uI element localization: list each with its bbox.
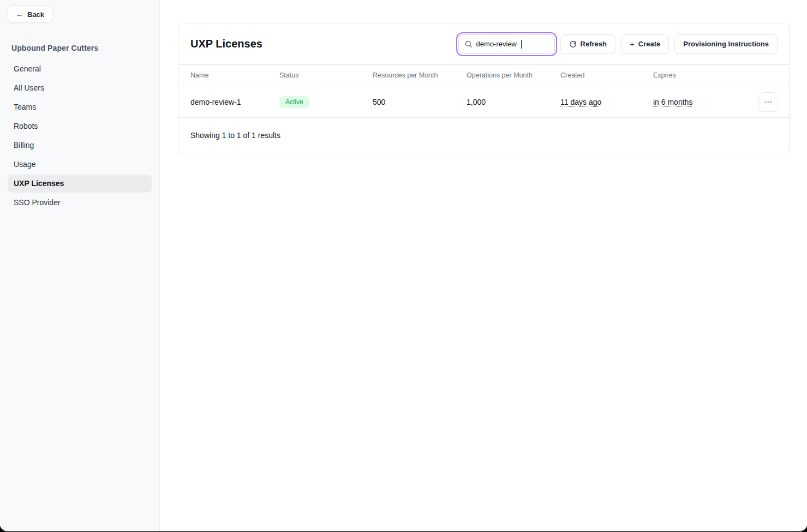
created-value: 11 days ago bbox=[560, 98, 653, 106]
refresh-button[interactable]: Refresh bbox=[560, 34, 615, 54]
sidebar-item-uxp-licenses[interactable]: UXP Licenses bbox=[8, 175, 152, 193]
results-summary: Showing 1 to 1 of 1 results bbox=[190, 131, 280, 140]
search-input[interactable]: demo-review bbox=[458, 34, 555, 54]
card-footer: Showing 1 to 1 of 1 results bbox=[178, 118, 789, 153]
column-header-created: Created bbox=[560, 71, 653, 79]
header-controls: demo-review Refresh + Create bbox=[458, 34, 778, 54]
table-row: demo-review-1 Active 500 1,000 11 days a… bbox=[178, 86, 789, 118]
refresh-icon bbox=[569, 40, 577, 48]
sidebar-item-usage[interactable]: Usage bbox=[8, 156, 152, 174]
card-header: UXP Licenses demo-review bbox=[178, 23, 789, 65]
back-arrow-icon: ← bbox=[16, 10, 23, 19]
sidebar-item-all-users[interactable]: All Users bbox=[8, 79, 152, 97]
refresh-button-label: Refresh bbox=[581, 40, 607, 48]
row-actions-menu-button[interactable]: ⋯ bbox=[758, 92, 778, 112]
create-button[interactable]: + Create bbox=[621, 34, 669, 54]
sidebar-item-teams[interactable]: Teams bbox=[8, 98, 152, 116]
plus-icon: + bbox=[630, 39, 635, 49]
settings-window: ← Back Upbound Paper Cutters General All… bbox=[0, 0, 807, 532]
table-header-row: Name Status Resources per Month Operatio… bbox=[178, 65, 789, 86]
column-header-status: Status bbox=[279, 71, 373, 79]
sidebar-item-general[interactable]: General bbox=[8, 60, 152, 78]
back-button-label: Back bbox=[27, 10, 44, 19]
column-header-expires: Expires bbox=[653, 71, 746, 79]
created-relative-time: 11 days ago bbox=[560, 98, 601, 106]
resources-per-month-value: 500 bbox=[373, 98, 467, 106]
operations-per-month-value: 1,000 bbox=[467, 98, 560, 106]
expires-relative-time: in 6 months bbox=[653, 98, 692, 106]
status-badge: Active bbox=[279, 96, 309, 108]
search-icon bbox=[464, 40, 473, 48]
sidebar-item-sso-provider[interactable]: SSO Provider bbox=[8, 194, 152, 212]
provisioning-instructions-label: Provisioning Instructions bbox=[683, 40, 769, 48]
sidebar-item-robots[interactable]: Robots bbox=[8, 117, 152, 135]
column-header-resources: Resources per Month bbox=[373, 71, 467, 79]
column-header-operations: Operations per Month bbox=[467, 71, 560, 79]
sidebar-item-billing[interactable]: Billing bbox=[8, 136, 152, 154]
search-input-value: demo-review bbox=[476, 40, 517, 48]
row-actions-cell: ⋯ bbox=[758, 92, 789, 112]
ellipsis-icon: ⋯ bbox=[764, 97, 773, 107]
status-cell: Active bbox=[279, 96, 373, 108]
organization-title: Upbound Paper Cutters bbox=[11, 44, 148, 52]
text-caret bbox=[521, 40, 522, 49]
expires-value: in 6 months bbox=[653, 98, 746, 106]
create-button-label: Create bbox=[638, 40, 660, 48]
main-content: UXP Licenses demo-review bbox=[160, 0, 807, 531]
back-button[interactable]: ← Back bbox=[8, 5, 52, 23]
sidebar: ← Back Upbound Paper Cutters General All… bbox=[0, 0, 160, 531]
license-name: demo-review-1 bbox=[190, 98, 279, 106]
page-title: UXP Licenses bbox=[190, 38, 262, 50]
uxp-licenses-card: UXP Licenses demo-review bbox=[178, 23, 790, 153]
provisioning-instructions-button[interactable]: Provisioning Instructions bbox=[674, 34, 778, 54]
column-header-name: Name bbox=[190, 71, 279, 79]
